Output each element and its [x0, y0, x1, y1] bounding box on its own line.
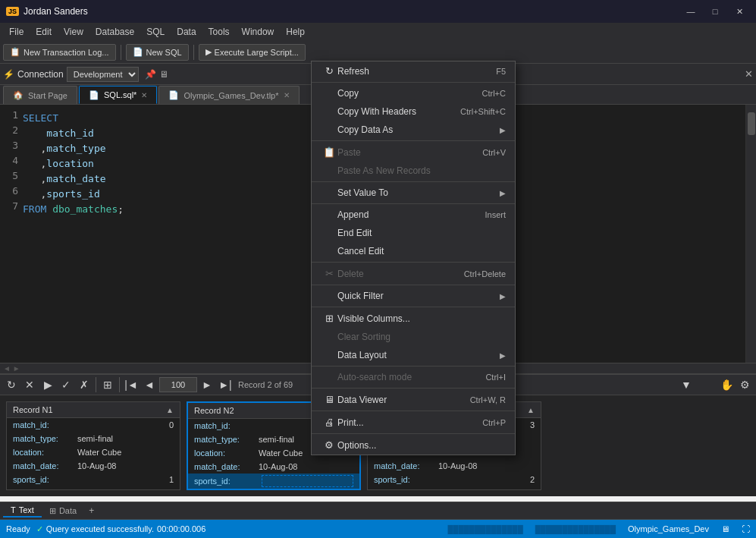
pin-icon: 📌	[145, 69, 156, 80]
execute-large-button[interactable]: ▶ Execute Large Script...	[199, 44, 306, 61]
page-input[interactable]	[159, 377, 197, 392]
minimize-button[interactable]: —	[680, 4, 701, 19]
close-button[interactable]: ✕	[729, 4, 750, 19]
ctx-print[interactable]: 🖨 Print... Ctrl+P	[312, 413, 515, 432]
tab-olympic-close[interactable]: ✕	[284, 91, 290, 99]
execute-sql-button[interactable]: ▶	[39, 377, 56, 392]
record-4-sports-id: sports_id: 2	[368, 473, 541, 486]
next-record-button[interactable]: ►	[199, 377, 215, 392]
settings-button[interactable]: ⚙	[736, 377, 753, 392]
status-right: ██████████████ ███████████████ Olympic_G…	[448, 524, 750, 533]
ctx-sep-2	[312, 140, 515, 141]
ctx-refresh[interactable]: ↻ Refresh F5	[312, 61, 515, 80]
first-record-button[interactable]: |◄	[123, 377, 140, 392]
status-blur-2: ███████████████	[535, 525, 616, 533]
ctx-data-viewer[interactable]: 🖥 Data Viewer Ctrl+W, R	[312, 390, 515, 409]
set-value-arrow: ▶	[500, 189, 506, 197]
new-transaction-button[interactable]: 📋 New Transaction Log...	[3, 44, 116, 61]
editor-scrollbar[interactable]	[745, 105, 756, 363]
data-layout-arrow: ▶	[500, 351, 506, 360]
tab-olympic-games[interactable]: 📄 Olympic_Games_Dev.tlp* ✕	[158, 86, 299, 104]
tab-sql-close[interactable]: ✕	[141, 91, 147, 99]
quick-filter-arrow: ▶	[500, 292, 506, 300]
ctx-copy[interactable]: Copy Ctrl+C	[312, 84, 515, 102]
filter-dropdown[interactable]: ▼	[656, 377, 717, 392]
tab-data[interactable]: ⊞ Data	[42, 505, 84, 518]
connection-icon: ⚡	[3, 69, 14, 80]
tab-start-page[interactable]: 🏠 Start Page	[3, 86, 77, 104]
cancel-edit-button[interactable]: ✗	[76, 377, 93, 392]
hand-tool-button[interactable]: ✋	[718, 377, 735, 392]
ctx-options[interactable]: ⚙ Options...	[312, 436, 515, 455]
ctx-sep-9	[312, 388, 515, 389]
record-1-location: location: Water Cube	[7, 445, 180, 459]
toolbar-separator-2	[193, 45, 194, 60]
new-sql-button[interactable]: 📄 New SQL	[126, 44, 189, 61]
sports-id-input[interactable]	[262, 475, 353, 487]
menu-sql[interactable]: SQL	[140, 25, 171, 39]
maximize-status-icon: ⛶	[742, 524, 750, 533]
olympic-tab-icon: 📄	[168, 90, 179, 100]
record-1-match-type: match_type: semi-final	[7, 432, 180, 445]
add-tab-button[interactable]: +	[84, 504, 99, 518]
context-menu: ↻ Refresh F5 Copy Ctrl+C Copy With Heade…	[311, 61, 516, 455]
query-status: Query executed successfully.	[46, 524, 154, 533]
ctx-visible-cols[interactable]: ⊞ Visible Columns...	[312, 309, 515, 328]
menu-help[interactable]: Help	[280, 25, 311, 39]
ctx-quick-filter[interactable]: Quick Filter ▶	[312, 287, 515, 305]
record-1-chevron[interactable]: ▲	[166, 406, 174, 414]
ctx-sep-7	[312, 307, 515, 307]
nav-sep	[96, 377, 96, 392]
record-1-match-date: match_date: 10-Aug-08	[7, 459, 180, 473]
data-viewer-icon: 🖥	[321, 394, 337, 405]
grid-view-button[interactable]: ⊞	[99, 377, 116, 392]
statusbar: Ready ✓ Query executed successfully. 00:…	[0, 520, 756, 538]
ctx-append[interactable]: Append Insert	[312, 206, 515, 224]
record-2-title: Record N2	[194, 406, 234, 415]
ctx-end-edit[interactable]: End Edit	[312, 224, 515, 242]
connection-dropdown[interactable]: Development	[67, 67, 139, 82]
menu-data[interactable]: Data	[171, 25, 202, 39]
connection-label: Connection	[17, 69, 64, 80]
nav-sep-2	[119, 377, 120, 392]
print-icon: 🖨	[321, 417, 337, 428]
last-record-button[interactable]: ►|	[217, 377, 234, 392]
sql-tab-icon: 📄	[89, 90, 99, 100]
tab-text[interactable]: T Text	[3, 504, 42, 518]
ctx-sep-3	[312, 181, 515, 182]
record-1-match-id: match_id: 0	[7, 418, 180, 432]
record-4-chevron[interactable]: ▲	[527, 406, 535, 414]
options-icon: ⚙	[321, 439, 337, 451]
check-button[interactable]: ✓	[58, 377, 74, 392]
menu-tools[interactable]: Tools	[202, 25, 236, 39]
record-2-sports-id: sports_id:	[188, 474, 359, 489]
ctx-sep-6	[312, 285, 515, 285]
prev-record-button[interactable]: ◄	[141, 377, 158, 392]
start-page-icon: 🏠	[13, 90, 24, 100]
ctx-copy-data-as[interactable]: Copy Data As ▶	[312, 121, 515, 139]
check-icon: ✓	[36, 524, 43, 534]
record-card-1: Record N1 ▲ match_id: 0 match_type: semi…	[6, 401, 180, 490]
menu-database[interactable]: Database	[89, 25, 140, 39]
menu-window[interactable]: Window	[236, 25, 281, 39]
ctx-sep-11	[312, 433, 515, 434]
ctx-data-layout[interactable]: Data Layout ▶	[312, 346, 515, 364]
ctx-cancel-edit[interactable]: Cancel Edit	[312, 242, 515, 260]
ctx-delete: ✂ Delete Ctrl+Delete	[312, 264, 515, 283]
close-conn-icon[interactable]: ✕	[745, 68, 753, 80]
ctx-copy-headers[interactable]: Copy With Headers Ctrl+Shift+C	[312, 102, 515, 121]
data-tab-icon: ⊞	[49, 506, 56, 516]
ctx-set-value[interactable]: Set Value To ▶	[312, 184, 515, 202]
stop-button[interactable]: ✕	[21, 377, 38, 392]
menu-edit[interactable]: Edit	[30, 25, 58, 39]
menu-view[interactable]: View	[58, 25, 89, 39]
maximize-button[interactable]: □	[704, 4, 726, 19]
menu-file[interactable]: File	[3, 25, 30, 39]
ctx-sep-5	[312, 262, 515, 263]
paste-icon: 📋	[321, 146, 337, 158]
new-transaction-icon: 📋	[10, 47, 20, 57]
refresh-icon: ↻	[321, 65, 337, 77]
ctx-clear-sorting: Clear Sorting	[312, 328, 515, 346]
tab-sql[interactable]: 📄 SQL.sql* ✕	[79, 86, 157, 104]
refresh-records-button[interactable]: ↻	[3, 377, 20, 392]
